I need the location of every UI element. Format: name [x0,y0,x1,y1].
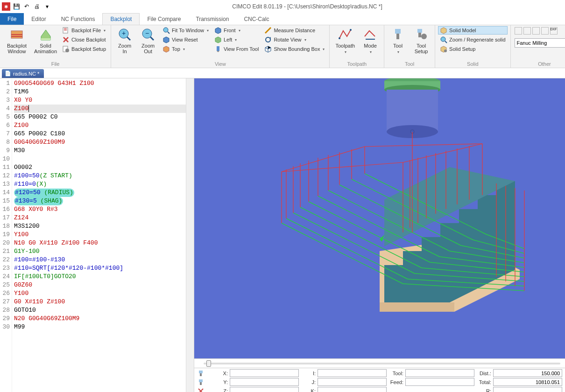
qa-dropdown-icon[interactable]: ▾ [43,2,51,11]
view-reset-button[interactable]: View Reset [161,35,211,44]
tab-nc-functions[interactable]: NC Functions [54,13,103,25]
other-icon-5[interactable]: DXF [550,27,558,35]
status-icon-1[interactable] [197,370,205,377]
code-line[interactable]: #100=#100-#130 [14,256,192,264]
code-line[interactable]: #110=0(X) [14,180,192,189]
solid-model-icon [440,27,447,34]
code-line[interactable]: Y100 [14,289,192,298]
code-line[interactable]: GOTO10 [14,306,192,315]
backplot-file-button[interactable]: Backplot File▾ [60,26,108,35]
code-line[interactable]: G65 P0002 C180 [14,130,192,138]
tab-transmission[interactable]: Transmission [188,13,236,25]
solid-setup-button[interactable]: Solid Setup [438,45,507,53]
code-line[interactable]: #120=50 (RADIUS) [14,189,192,197]
code-line[interactable]: G0 X#110 Z#100 [14,298,192,306]
code-line[interactable]: M3S1200 [14,222,192,231]
svg-line-11 [150,37,154,40]
code-line[interactable]: #110=SQRT[#120*#120-#100*#100] [14,264,192,273]
ribbon-group-view: + Zoom In − Zoom Out Fit To Window▾ View… [111,25,330,68]
tool-setup-button[interactable]: Tool Setup [410,26,432,55]
code-line[interactable]: #100=50(Z START) [14,172,192,180]
zoom-regenerate-button[interactable]: Zoom / Regenerate solid [438,35,507,44]
code-line[interactable]: M99 [14,323,192,331]
filetype-input[interactable] [515,38,565,48]
tab-cnc-calc[interactable]: CNC-Calc [236,13,276,25]
setup-icon [62,45,70,53]
save-icon[interactable]: 💾 [12,2,21,11]
front-view-button[interactable]: Front▾ [212,26,261,35]
backplot-window-button[interactable]: Backplot Window [3,26,31,55]
other-icon-3[interactable] [532,27,540,35]
code-line[interactable]: #130=5 (SHAG) [14,197,192,205]
editor-scrollbar[interactable] [186,78,194,392]
tool-button[interactable]: Tool▾ [387,26,409,56]
k-field[interactable] [318,387,387,392]
solid-model-button[interactable]: Solid Model [438,26,507,35]
code-line[interactable]: X0 Y0 [14,96,192,105]
i-field[interactable] [318,369,387,377]
code-line[interactable]: Y100 [14,231,192,239]
code-line[interactable]: N20 G0G40G69Z100M9 [14,315,192,323]
j-field[interactable] [318,378,387,386]
z-field[interactable] [230,387,299,392]
dist-field[interactable] [493,369,562,377]
measure-distance-button[interactable]: Measure Distance [262,26,326,35]
r-field[interactable] [493,387,562,392]
other-icon-1[interactable] [515,27,522,35]
fit-to-window-button[interactable]: Fit To Window▾ [161,26,211,35]
code-line[interactable]: G1Y-100 [14,247,192,256]
code-line[interactable]: G68 X0Y0 R#3 [14,205,192,214]
svg-point-25 [441,37,445,42]
document-tab[interactable]: 📄 radius.NC * [2,69,44,78]
solid-animation-button[interactable]: Solid Animation [33,26,58,55]
other-icon-2[interactable] [523,27,531,35]
code-line[interactable]: Z100 [14,105,192,113]
rotate-view-button[interactable]: Rotate View▾ [262,35,326,44]
status-icon-3[interactable] [197,387,205,392]
code-line[interactable]: G65 P0002 C0 [14,113,192,121]
code-line[interactable]: G90G54G0G69 G43H1 Z100 [14,79,192,88]
y-field[interactable] [230,378,299,386]
undo-icon[interactable]: ↶ [22,2,31,11]
k-label: K: [300,388,316,392]
app-icon[interactable]: ✱ [2,2,10,11]
zoom-in-button[interactable]: + Zoom In [114,26,135,55]
close-backplot-button[interactable]: Close Backplot [60,35,108,44]
zoom-out-button[interactable]: − Zoom Out [137,26,159,55]
code-editor[interactable]: 1234567891011121314151617181920212223242… [0,78,194,392]
toolpath-button[interactable]: Toolpath▾ [332,26,358,56]
code-line[interactable]: T1M6 [14,88,192,96]
total-field[interactable] [493,378,562,386]
tool-field[interactable] [405,369,474,377]
code-line[interactable]: M30 [14,147,192,155]
code-line[interactable]: Z124 [14,214,192,222]
show-bounding-box-button[interactable]: Show Bounding Box▾ [262,45,326,53]
other-icon-4[interactable] [541,27,549,35]
code-content[interactable]: G90G54G0G69 G43H1 Z100T1M6X0 Y0Z100G65 P… [12,78,194,392]
slider-thumb[interactable] [206,360,211,367]
code-line[interactable] [14,155,192,163]
feed-field[interactable] [405,378,474,386]
tab-backplot[interactable]: Backplot [102,13,140,25]
view-from-tool-button[interactable]: View From Tool [212,45,261,53]
x-field[interactable] [230,369,299,377]
top-view-button[interactable]: Top▾ [161,45,211,53]
playback-slider[interactable] [204,363,560,364]
tab-editor[interactable]: Editor [24,13,53,25]
mode-button[interactable]: Mode▾ [360,26,381,56]
code-line[interactable]: O0002 [14,163,192,172]
main-split: 1234567891011121314151617181920212223242… [0,78,565,392]
tab-file[interactable]: File [0,13,24,25]
left-view-button[interactable]: Left▾ [212,35,261,44]
status-icon-2[interactable] [197,378,205,386]
code-line[interactable]: G0Z60 [14,281,192,289]
code-line[interactable]: G0G40G69Z100M9 [14,138,192,147]
y-label: Y: [212,379,228,385]
code-line[interactable]: Z100 [14,121,192,130]
code-line[interactable]: IF[#100LT0]GOTO20 [14,273,192,281]
code-line[interactable]: N10 G0 X#110 Z#100 F400 [14,239,192,247]
tab-file-compare[interactable]: File Compare [140,13,188,25]
backplot-canvas[interactable] [194,78,565,358]
backplot-setup-button[interactable]: Backplot Setup [60,45,108,53]
print-icon[interactable]: 🖨 [33,2,41,11]
